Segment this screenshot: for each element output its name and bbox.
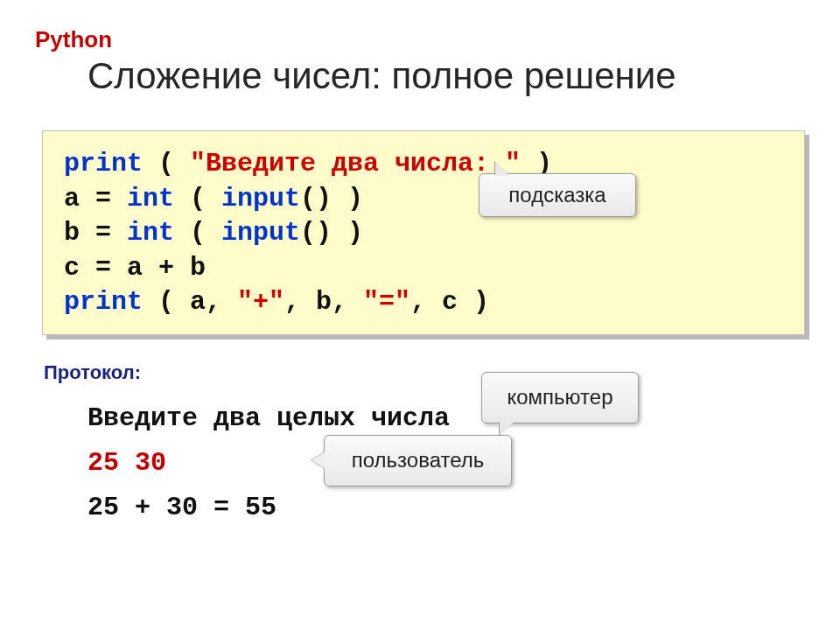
page-title: Сложение чисел: полное решение xyxy=(88,55,805,97)
language-label: Python xyxy=(35,26,805,53)
callout-computer-text: компьютер xyxy=(507,385,612,409)
callout-tail-icon xyxy=(495,162,509,176)
code-line-1: print ( "Введите два числа: " ) xyxy=(64,147,783,182)
code-line-2: a = int ( input() ) xyxy=(64,182,783,217)
protocol-output: компьютер Введите два целых числа 25 30 … xyxy=(88,396,805,530)
code-line-3: b = int ( input() ) xyxy=(64,216,783,251)
callout-hint-text: подсказка xyxy=(508,183,606,206)
code-block: print ( "Введите два числа: " ) a = int … xyxy=(42,130,805,335)
string-literal: "Введите два числа: " xyxy=(190,149,521,178)
callout-tail-icon xyxy=(312,452,326,469)
callout-user: пользователь xyxy=(324,435,512,486)
slide: Python Сложение чисел: полное решение pr… xyxy=(0,0,840,630)
callout-computer: компьютер xyxy=(481,372,639,424)
keyword-print: print xyxy=(64,149,143,178)
callout-user-text: пользователь xyxy=(352,448,485,472)
callout-tail-icon xyxy=(500,421,515,435)
protocol-label: Протокол: xyxy=(44,361,805,384)
code-line-4: c = a + b xyxy=(64,251,783,286)
protocol-line-3: 25 + 30 = 55 xyxy=(88,486,805,530)
callout-hint: подсказка xyxy=(479,173,636,217)
code-line-5: print ( a, "+", b, "=", c ) xyxy=(64,285,783,320)
